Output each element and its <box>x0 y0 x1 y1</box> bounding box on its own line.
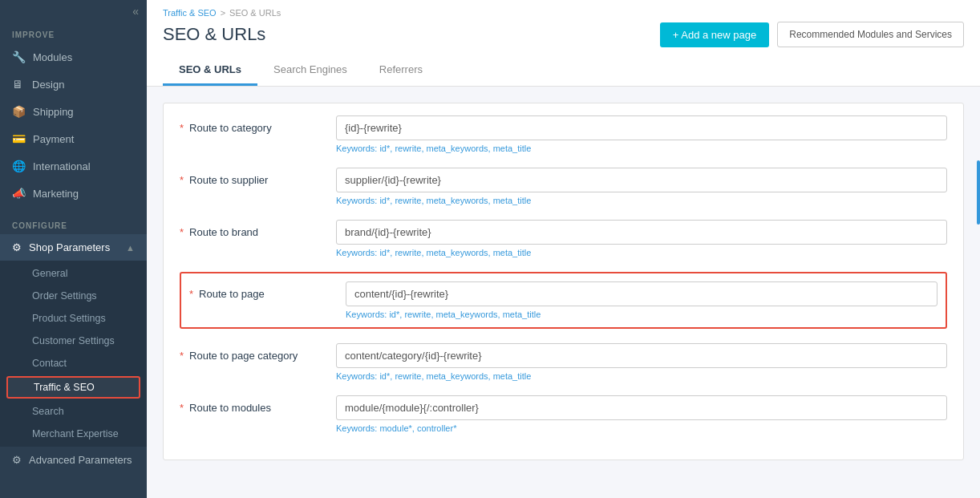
page-header: Traffic & SEO > SEO & URLs SEO & URLs + … <box>147 0 980 87</box>
input-route-to-supplier[interactable] <box>336 168 947 192</box>
payment-icon: 💳 <box>12 132 26 145</box>
breadcrumb-traffic-seo[interactable]: Traffic & SEO <box>163 8 217 18</box>
label-text: Route to supplier <box>189 174 268 186</box>
design-icon: 🖥 <box>12 78 25 91</box>
configure-section: CONFIGURE ⚙ Shop Parameters ▲ General Or… <box>0 213 147 473</box>
sidebar-item-label: Modules <box>33 51 72 63</box>
advanced-params-label: Advanced Parameters <box>29 454 132 466</box>
keywords-hint-supplier: Keywords: id*, rewrite, meta_keywords, m… <box>336 196 947 205</box>
sidebar-item-shipping[interactable]: 📦 Shipping <box>0 98 147 125</box>
breadcrumb: Traffic & SEO > SEO & URLs <box>163 8 964 18</box>
header-buttons: + Add a new page Recommended Modules and… <box>660 22 964 47</box>
sidebar: « IMPROVE 🔧 Modules 🖥 Design 📦 Shipping … <box>0 0 147 498</box>
sidebar-item-label: Shipping <box>33 106 74 118</box>
submenu-item-contact[interactable]: Contact <box>0 352 147 375</box>
input-col-route-to-category: Keywords: id*, rewrite, meta_keywords, m… <box>336 115 947 153</box>
label-route-to-supplier: * Route to supplier <box>180 168 324 186</box>
keywords-prefix: Keywords: <box>346 310 389 319</box>
modules-icon: 🔧 <box>12 51 26 63</box>
shop-params-icon: ⚙ <box>12 241 22 253</box>
form-row-route-to-brand: * Route to brand Keywords: id*, rewrite,… <box>180 220 947 257</box>
required-star: * <box>189 288 193 300</box>
sidebar-item-payment[interactable]: 💳 Payment <box>0 125 147 152</box>
input-route-to-page[interactable] <box>346 281 937 306</box>
submenu-item-product-settings[interactable]: Product Settings <box>0 307 147 330</box>
marketing-icon: 📣 <box>12 187 26 200</box>
chevron-up-icon: ▲ <box>126 243 135 253</box>
title-row: SEO & URLs + Add a new page Recommended … <box>163 22 964 47</box>
shop-params-label: Shop Parameters <box>29 241 110 253</box>
form-row-route-to-page-highlighted: * Route to page Keywords: id*, rewrite, … <box>180 272 947 329</box>
keywords-values: id*, rewrite, meta_keywords, meta_title <box>379 144 531 153</box>
submenu-item-merchant-expertise[interactable]: Merchant Expertise <box>0 423 147 445</box>
keywords-prefix: Keywords: <box>336 248 379 257</box>
keywords-hint-modules: Keywords: module*, controller* <box>336 423 947 433</box>
keywords-values: id*, rewrite, meta_keywords, meta_title <box>389 310 541 319</box>
label-route-to-page: * Route to page <box>189 281 334 300</box>
tabs-row: SEO & URLs Search Engines Referrers <box>163 55 964 86</box>
international-icon: 🌐 <box>12 160 26 172</box>
required-star: * <box>180 174 184 186</box>
improve-label: IMPROVE <box>0 22 147 43</box>
breadcrumb-current: SEO & URLs <box>229 8 281 18</box>
sidebar-item-design[interactable]: 🖥 Design <box>0 71 147 98</box>
input-route-to-brand[interactable] <box>336 220 947 245</box>
input-col-route-to-page: Keywords: id*, rewrite, meta_keywords, m… <box>346 281 937 319</box>
keywords-values: id*, rewrite, meta_keywords, meta_title <box>379 371 531 381</box>
sidebar-item-label: Marketing <box>33 188 79 200</box>
keywords-prefix: Keywords: <box>336 371 379 381</box>
tab-seo-urls[interactable]: SEO & URLs <box>163 55 257 86</box>
label-text: Route to brand <box>189 226 258 238</box>
keywords-prefix: Keywords: <box>336 144 379 153</box>
keywords-hint-category: Keywords: id*, rewrite, meta_keywords, m… <box>336 144 947 153</box>
sidebar-item-modules[interactable]: 🔧 Modules <box>0 43 147 71</box>
keywords-prefix: Keywords: <box>336 423 379 433</box>
submenu-item-traffic-seo[interactable]: Traffic & SEO <box>6 376 140 399</box>
input-route-to-modules[interactable] <box>336 395 947 420</box>
label-text: Route to page <box>199 288 265 300</box>
label-text: Route to category <box>189 122 272 134</box>
shop-params-submenu: General Order Settings Product Settings … <box>0 261 147 447</box>
keywords-prefix: Keywords: <box>336 196 379 205</box>
page-title: SEO & URLs <box>163 24 265 45</box>
sidebar-item-advanced-parameters[interactable]: ⚙ Advanced Parameters <box>0 447 147 473</box>
recommended-modules-button[interactable]: Recommended Modules and Services <box>777 22 964 47</box>
configure-label: CONFIGURE <box>0 213 147 234</box>
tab-referrers[interactable]: Referrers <box>363 55 439 86</box>
sidebar-collapse-button[interactable]: « <box>0 0 147 22</box>
input-route-to-page-category[interactable] <box>336 343 947 368</box>
tab-search-engines[interactable]: Search Engines <box>257 55 363 86</box>
label-route-to-brand: * Route to brand <box>180 220 324 238</box>
input-col-route-to-page-category: Keywords: id*, rewrite, meta_keywords, m… <box>336 343 947 381</box>
add-new-page-button[interactable]: + Add a new page <box>660 22 769 47</box>
shipping-icon: 📦 <box>12 105 26 118</box>
main-content: Traffic & SEO > SEO & URLs SEO & URLs + … <box>147 0 980 498</box>
required-star: * <box>180 402 184 414</box>
scrollbar-accent[interactable] <box>977 160 980 225</box>
sidebar-item-label: Payment <box>33 133 74 145</box>
sidebar-item-international[interactable]: 🌐 International <box>0 152 147 180</box>
form-row-route-to-category: * Route to category Keywords: id*, rewri… <box>180 115 947 153</box>
form-row-route-to-page-category: * Route to page category Keywords: id*, … <box>180 343 947 381</box>
keywords-values: id*, rewrite, meta_keywords, meta_title <box>379 248 531 257</box>
sidebar-item-label: International <box>33 160 91 172</box>
submenu-item-general[interactable]: General <box>0 262 147 285</box>
label-route-to-modules: * Route to modules <box>180 395 324 414</box>
shop-parameters-parent[interactable]: ⚙ Shop Parameters ▲ <box>0 234 147 261</box>
collapse-icon: « <box>132 5 139 18</box>
input-route-to-category[interactable] <box>336 115 947 140</box>
sidebar-item-label: Design <box>32 79 64 91</box>
sidebar-item-marketing[interactable]: 📣 Marketing <box>0 180 147 207</box>
keywords-values: id*, rewrite, meta_keywords, meta_title <box>379 196 531 205</box>
keywords-hint-brand: Keywords: id*, rewrite, meta_keywords, m… <box>336 248 947 257</box>
submenu-item-search[interactable]: Search <box>0 400 147 423</box>
form-row-route-to-supplier: * Route to supplier Keywords: id*, rewri… <box>180 168 947 205</box>
submenu-item-customer-settings[interactable]: Customer Settings <box>0 330 147 352</box>
input-col-route-to-supplier: Keywords: id*, rewrite, meta_keywords, m… <box>336 168 947 205</box>
shop-params-left: ⚙ Shop Parameters <box>12 241 110 253</box>
label-text: Route to page category <box>189 350 298 362</box>
label-text: Route to modules <box>189 402 271 414</box>
submenu-item-order-settings[interactable]: Order Settings <box>0 285 147 307</box>
keywords-values: module*, controller* <box>379 423 456 433</box>
form-section: * Route to category Keywords: id*, rewri… <box>163 103 964 460</box>
